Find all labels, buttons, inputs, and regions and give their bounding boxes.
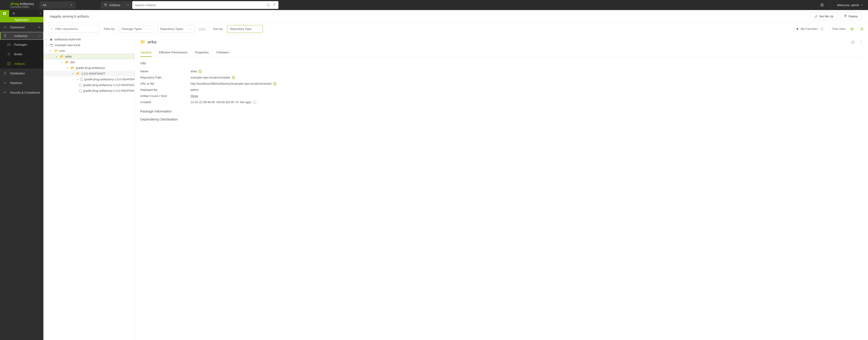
deploy-button[interactable]: Deploy xyxy=(840,12,862,20)
svg-rect-11 xyxy=(5,14,6,15)
copy-icon[interactable] xyxy=(199,70,202,73)
info-value: arika xyxy=(190,70,197,73)
chevron-down-icon: ⌄ xyxy=(190,28,192,30)
headline: Happily serving 8 artifacts xyxy=(50,14,89,18)
folder-icon: 📁 xyxy=(140,39,145,44)
tree-node-label: arika xyxy=(65,55,71,58)
detail-header: 📁 arika ⋮ xyxy=(140,38,863,46)
copy-icon[interactable] xyxy=(232,76,235,79)
tree-node[interactable]: ▸ ◉ artifactory-build-info xyxy=(43,36,134,42)
eye-icon xyxy=(3,91,7,94)
tree-node[interactable]: gradle-jfrog-artifactory-1.0.0-SNAPSHOT.… xyxy=(43,82,134,88)
tab-properties[interactable]: Properties xyxy=(195,48,209,57)
svg-point-28 xyxy=(5,92,5,93)
info-row-repo-path: Repository Path: example-repo-local/com/… xyxy=(140,74,863,80)
chevron-down-icon: ⌄ xyxy=(258,28,260,30)
sidebar: ◀ Application Dashboard ▶ Artifactory ▾ … xyxy=(0,10,43,340)
info-value: example-repo-local/com/arika/ xyxy=(190,76,230,79)
collapse-sidebar-icon[interactable]: ◀ xyxy=(39,12,43,14)
tree-node-label: 1.0.0-SNAPSHOT xyxy=(81,72,105,75)
filter-icon[interactable] xyxy=(273,3,276,7)
clear-button[interactable]: Clear xyxy=(198,27,206,31)
section-info-title: Info xyxy=(140,61,863,65)
svg-rect-8 xyxy=(3,12,4,13)
search-scope-label: Artifacts xyxy=(110,3,120,7)
svg-rect-17 xyxy=(7,44,10,46)
tree-node[interactable]: ▸ gradle-jfrog-artifactory-1.0.0-SNAPSHO… xyxy=(43,76,134,82)
sidebar-item-artifacts[interactable]: Artifacts xyxy=(0,59,43,68)
svg-rect-35 xyxy=(852,29,854,30)
tree-node-label: gradle-jfrog-artifactory-1.0.0-SNAPSHOT.… xyxy=(83,89,135,93)
show-link[interactable]: Show xyxy=(190,94,198,98)
sidebar-item-distribution[interactable]: Distribution xyxy=(0,68,43,78)
search-icon[interactable] xyxy=(267,3,270,7)
sidebar-item-security[interactable]: Security & Compliance xyxy=(0,88,43,97)
target-icon: ◉ xyxy=(50,38,54,41)
filter-repositories-input[interactable] xyxy=(55,27,97,31)
repository-types-select[interactable]: Repository Types ⌄ xyxy=(157,25,195,33)
search-input[interactable] xyxy=(135,3,265,7)
svg-line-30 xyxy=(52,29,53,30)
tree-view-expanded-icon[interactable] xyxy=(859,27,863,31)
more-icon[interactable]: ⋮ xyxy=(859,40,863,44)
tree-node[interactable]: ▾ 📁 com xyxy=(43,48,134,54)
user-menu[interactable]: Welcome, admin ▼ xyxy=(832,3,868,7)
caret-down-icon: ▼ xyxy=(70,4,72,6)
info-key: Repository Path: xyxy=(140,76,190,79)
mode-app-icon[interactable] xyxy=(0,10,9,17)
tab-permissions[interactable]: Effective Permissions xyxy=(158,48,188,57)
artifacts-icon xyxy=(7,62,11,65)
help-icon[interactable]: ? xyxy=(820,3,824,7)
tree-node[interactable]: ▾ example-repo-local xyxy=(43,42,134,48)
svg-rect-2 xyxy=(105,5,106,6)
refresh-icon[interactable] xyxy=(851,40,855,44)
sidebar-item-label: Distribution xyxy=(10,72,25,75)
my-favorites[interactable]: ★ My Favorites 0 xyxy=(796,27,825,31)
svg-point-26 xyxy=(5,82,6,83)
chevron-right-icon: ▶ xyxy=(39,26,40,28)
detail-title: arika xyxy=(148,40,156,44)
chevron-down-icon: ▾ xyxy=(50,50,53,52)
search-scope-dropdown[interactable]: Artifacts ▼ xyxy=(101,1,132,9)
info-value[interactable]: http://localhost:8082/artifactory/exampl… xyxy=(190,82,272,86)
svg-rect-37 xyxy=(861,28,862,30)
tab-followers[interactable]: Followers xyxy=(216,48,230,57)
scope-dropdown[interactable]: All ▼ xyxy=(39,1,75,9)
sort-select[interactable]: Repository Type ⌄ xyxy=(227,25,263,33)
tree-view-compact-icon[interactable] xyxy=(850,27,854,31)
mode-admin-icon[interactable] xyxy=(9,10,18,17)
svg-point-25 xyxy=(4,82,5,83)
tab-general[interactable]: General xyxy=(140,48,152,57)
tree-node[interactable]: ▾ 📂 gradle-jfrog-artifactory xyxy=(43,65,134,71)
section-package-title: Package Information xyxy=(140,109,863,113)
info-icon[interactable]: i xyxy=(253,101,256,104)
file-icon xyxy=(80,78,83,81)
svg-point-3 xyxy=(267,4,269,6)
sidebar-item-packages[interactable]: Packages xyxy=(0,40,43,49)
sidebar-item-label: Artifacts xyxy=(14,62,25,66)
sidebar-item-builds[interactable]: Builds xyxy=(0,49,43,59)
copy-icon[interactable] xyxy=(273,82,276,86)
tree-node[interactable]: ▾ 📂 dev xyxy=(43,59,134,65)
toolbar: Filter by: Package Types ⌄ Repository Ty… xyxy=(43,23,868,35)
set-me-up-button[interactable]: Set Me Up xyxy=(810,12,837,20)
sidebar-item-label: Packages xyxy=(14,43,27,46)
divider xyxy=(209,26,210,32)
sidebar-item-dashboard[interactable]: Dashboard ▶ xyxy=(0,22,43,32)
info-key: Artifact Count / Size: xyxy=(140,94,190,98)
folder-icon: 📁 xyxy=(54,49,58,53)
tree-node-selected[interactable]: ▾ 📂 arika xyxy=(43,54,134,59)
svg-rect-32 xyxy=(852,28,854,28)
sidebar-item-artifactory[interactable]: Artifactory ▾ xyxy=(0,32,43,40)
folder-open-icon: 📂 xyxy=(60,55,64,58)
info-row-created: Created: 12-02-22 08:48:40 +00:00 (0d 0h… xyxy=(140,99,863,105)
pipelines-icon xyxy=(3,81,7,84)
brand: JFrog Artifactory Community Edition xyxy=(0,2,38,8)
sidebar-item-pipelines[interactable]: Pipelines xyxy=(0,78,43,88)
button-label: Deploy xyxy=(848,14,858,18)
caret-down-icon: ▼ xyxy=(861,4,863,6)
package-types-select[interactable]: Package Types ⌄ xyxy=(119,25,154,33)
tree-node[interactable]: ▾ 📂 1.0.0-SNAPSHOT xyxy=(43,71,134,76)
info-row-url: URL to file: http://localhost:8082/artif… xyxy=(140,80,863,87)
tree-node[interactable]: gradle-jfrog-artifactory-1.0.0-SNAPSHOT.… xyxy=(43,88,134,94)
